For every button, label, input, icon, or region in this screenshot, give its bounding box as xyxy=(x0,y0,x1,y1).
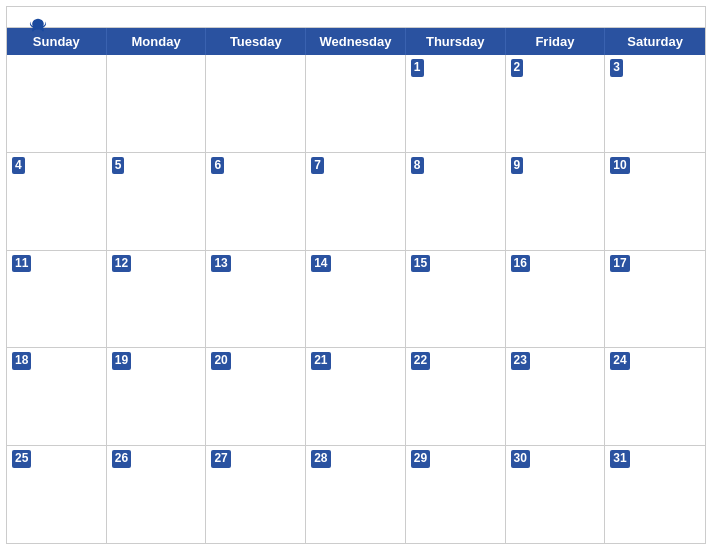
day-headers-row: SundayMondayTuesdayWednesdayThursdayFrid… xyxy=(7,28,705,55)
day-cell: 29 xyxy=(406,446,506,543)
day-number: 4 xyxy=(12,157,25,175)
day-cell: 8 xyxy=(406,153,506,250)
day-cell: 21 xyxy=(306,348,406,445)
day-number: 1 xyxy=(411,59,424,77)
day-cell: 2 xyxy=(506,55,606,152)
day-number: 3 xyxy=(610,59,623,77)
day-cell: 28 xyxy=(306,446,406,543)
day-number: 31 xyxy=(610,450,629,468)
calendar-grid: SundayMondayTuesdayWednesdayThursdayFrid… xyxy=(7,27,705,543)
day-cell: 31 xyxy=(605,446,705,543)
day-cell xyxy=(306,55,406,152)
day-number: 7 xyxy=(311,157,324,175)
day-number: 24 xyxy=(610,352,629,370)
day-cell: 25 xyxy=(7,446,107,543)
day-number: 26 xyxy=(112,450,131,468)
day-cell xyxy=(107,55,207,152)
day-cell: 7 xyxy=(306,153,406,250)
weeks-container: 1234567891011121314151617181920212223242… xyxy=(7,55,705,543)
week-row-4: 18192021222324 xyxy=(7,348,705,446)
day-number: 21 xyxy=(311,352,330,370)
day-number: 10 xyxy=(610,157,629,175)
day-number: 16 xyxy=(511,255,530,273)
day-number: 18 xyxy=(12,352,31,370)
day-number: 9 xyxy=(511,157,524,175)
day-cell: 5 xyxy=(107,153,207,250)
day-cell: 30 xyxy=(506,446,606,543)
day-number: 8 xyxy=(411,157,424,175)
day-cell: 24 xyxy=(605,348,705,445)
day-cell: 9 xyxy=(506,153,606,250)
day-cell xyxy=(7,55,107,152)
day-cell: 22 xyxy=(406,348,506,445)
day-cell: 19 xyxy=(107,348,207,445)
day-cell: 14 xyxy=(306,251,406,348)
week-row-1: 123 xyxy=(7,55,705,153)
day-cell: 16 xyxy=(506,251,606,348)
day-number: 25 xyxy=(12,450,31,468)
day-number: 29 xyxy=(411,450,430,468)
day-header-tuesday: Tuesday xyxy=(206,28,306,55)
week-row-3: 11121314151617 xyxy=(7,251,705,349)
day-header-saturday: Saturday xyxy=(605,28,705,55)
bird-icon xyxy=(27,15,49,37)
day-cell: 10 xyxy=(605,153,705,250)
week-row-5: 25262728293031 xyxy=(7,446,705,543)
logo xyxy=(23,15,49,37)
day-number: 13 xyxy=(211,255,230,273)
day-number: 27 xyxy=(211,450,230,468)
day-number: 12 xyxy=(112,255,131,273)
day-header-wednesday: Wednesday xyxy=(306,28,406,55)
day-number: 19 xyxy=(112,352,131,370)
day-number: 15 xyxy=(411,255,430,273)
day-number: 11 xyxy=(12,255,31,273)
calendar: SundayMondayTuesdayWednesdayThursdayFrid… xyxy=(6,6,706,544)
day-cell: 4 xyxy=(7,153,107,250)
day-cell: 18 xyxy=(7,348,107,445)
day-number: 23 xyxy=(511,352,530,370)
day-number: 17 xyxy=(610,255,629,273)
day-number: 6 xyxy=(211,157,224,175)
day-header-thursday: Thursday xyxy=(406,28,506,55)
day-cell: 13 xyxy=(206,251,306,348)
day-cell: 12 xyxy=(107,251,207,348)
day-cell: 17 xyxy=(605,251,705,348)
day-header-friday: Friday xyxy=(506,28,606,55)
day-cell: 3 xyxy=(605,55,705,152)
day-cell: 27 xyxy=(206,446,306,543)
day-number: 5 xyxy=(112,157,125,175)
day-number: 28 xyxy=(311,450,330,468)
day-header-sunday: Sunday xyxy=(7,28,107,55)
day-cell: 11 xyxy=(7,251,107,348)
day-number: 2 xyxy=(511,59,524,77)
day-cell: 26 xyxy=(107,446,207,543)
day-header-monday: Monday xyxy=(107,28,207,55)
calendar-header xyxy=(7,7,705,27)
day-number: 22 xyxy=(411,352,430,370)
day-number: 30 xyxy=(511,450,530,468)
day-cell: 1 xyxy=(406,55,506,152)
day-cell: 23 xyxy=(506,348,606,445)
week-row-2: 45678910 xyxy=(7,153,705,251)
day-cell xyxy=(206,55,306,152)
day-number: 20 xyxy=(211,352,230,370)
day-cell: 15 xyxy=(406,251,506,348)
day-cell: 20 xyxy=(206,348,306,445)
day-number: 14 xyxy=(311,255,330,273)
day-cell: 6 xyxy=(206,153,306,250)
